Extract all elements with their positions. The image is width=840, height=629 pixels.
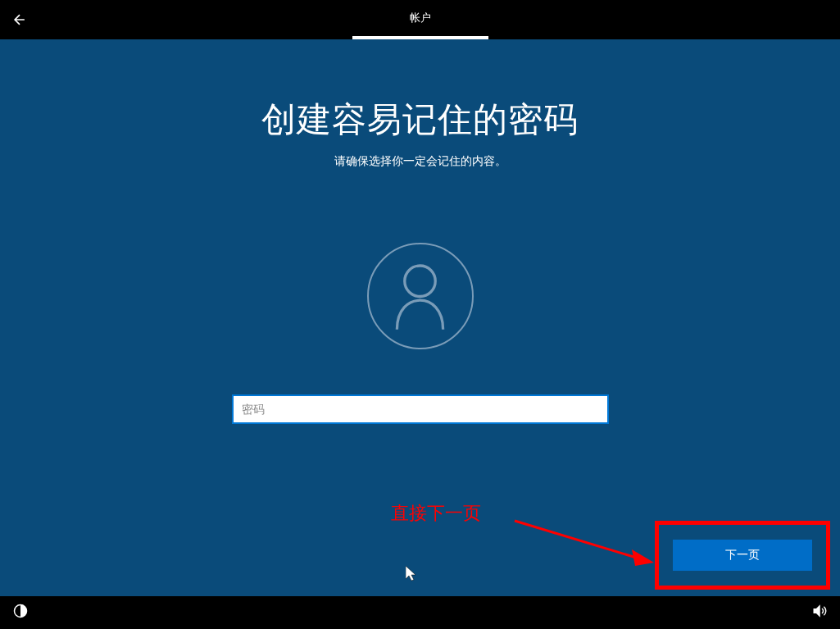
svg-point-0 — [405, 266, 436, 297]
volume-icon — [812, 604, 827, 618]
main-content: 创建容易记住的密码 请确保选择你一定会记住的内容。 — [0, 39, 840, 424]
accessibility-button[interactable] — [13, 604, 28, 622]
next-button[interactable]: 下一页 — [673, 540, 812, 571]
user-avatar — [367, 243, 474, 349]
next-button-label: 下一页 — [725, 548, 760, 563]
accessibility-icon — [13, 604, 28, 618]
bottom-bar — [0, 596, 840, 629]
svg-marker-2 — [632, 549, 654, 566]
person-icon — [389, 262, 451, 331]
svg-line-1 — [515, 521, 642, 559]
cursor-icon — [406, 566, 419, 582]
tab-account[interactable]: 帐户 — [352, 0, 488, 39]
page-title: 创建容易记住的密码 — [261, 97, 579, 143]
page-subtitle: 请确保选择你一定会记住的内容。 — [334, 154, 506, 169]
next-button-highlight: 下一页 — [655, 521, 830, 590]
volume-button[interactable] — [812, 604, 827, 622]
tab-container: 帐户 — [352, 0, 488, 39]
arrow-annotation-icon — [511, 517, 658, 574]
password-input[interactable] — [232, 394, 609, 424]
back-arrow-icon — [11, 11, 28, 28]
annotation-text: 直接下一页 — [391, 501, 481, 526]
tab-label: 帐户 — [410, 11, 431, 25]
back-button[interactable] — [0, 0, 39, 39]
top-bar: 帐户 — [0, 0, 840, 39]
svg-marker-4 — [814, 606, 820, 616]
